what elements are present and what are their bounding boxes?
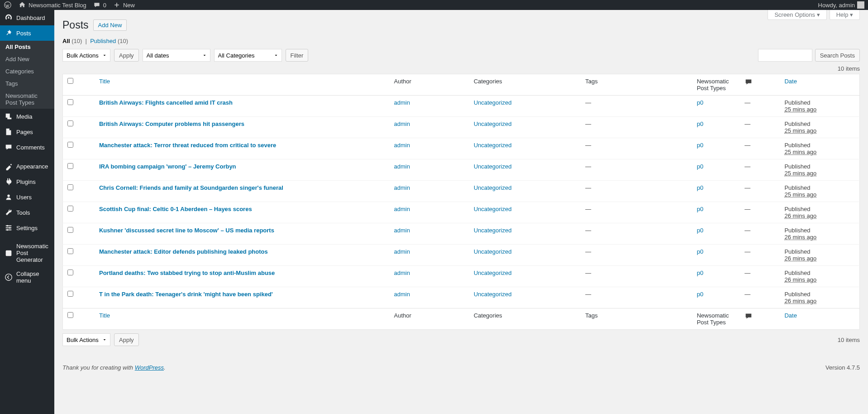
post-comments: —: [740, 202, 780, 223]
post-author-link[interactable]: admin: [394, 184, 410, 191]
post-author-link[interactable]: admin: [394, 270, 410, 276]
post-category-link[interactable]: Uncategorized: [474, 184, 512, 191]
post-comments: —: [740, 117, 780, 138]
post-category-link[interactable]: Uncategorized: [474, 270, 512, 276]
post-category-link[interactable]: Uncategorized: [474, 248, 512, 255]
post-author-link[interactable]: admin: [394, 291, 410, 298]
post-category-link[interactable]: Uncategorized: [474, 291, 512, 298]
row-checkbox[interactable]: [67, 142, 73, 148]
post-category-link[interactable]: Uncategorized: [474, 206, 512, 212]
post-type-link[interactable]: p0: [697, 291, 703, 298]
apply-button-bottom[interactable]: Apply: [114, 333, 139, 346]
submenu-item-add-new[interactable]: Add New: [0, 53, 54, 65]
row-checkbox[interactable]: [67, 248, 73, 254]
menu-item-settings[interactable]: Settings: [0, 220, 54, 236]
post-type-link[interactable]: p0: [697, 270, 703, 276]
site-link[interactable]: Newsomatic Test Blog: [18, 1, 86, 9]
add-new-button[interactable]: Add New: [93, 19, 127, 31]
row-checkbox[interactable]: [67, 227, 73, 233]
post-title-link[interactable]: Manchester attack: Terror threat reduced…: [99, 142, 276, 149]
new-link[interactable]: New: [113, 1, 135, 9]
post-author-link[interactable]: admin: [394, 248, 410, 255]
filter-published[interactable]: Published: [90, 38, 116, 44]
post-type-link[interactable]: p0: [697, 142, 703, 149]
col-title[interactable]: Title: [95, 74, 390, 96]
menu-item-collapse-menu[interactable]: Collapse menu: [0, 267, 54, 288]
menu-item-posts[interactable]: Posts: [0, 25, 54, 41]
post-type-link[interactable]: p0: [697, 184, 703, 191]
post-title-link[interactable]: Portland deaths: Two stabbed trying to s…: [99, 270, 275, 276]
submenu-item-newsomatic-post-types[interactable]: Newsomatic Post Types: [0, 90, 54, 109]
wp-logo[interactable]: [4, 1, 12, 9]
menu-item-dashboard[interactable]: Dashboard: [0, 10, 54, 25]
post-title-link[interactable]: T in the Park death: Teenager's drink 'm…: [99, 291, 273, 298]
bulk-actions-select-bottom[interactable]: Bulk Actions: [62, 333, 110, 346]
post-title-link[interactable]: British Airways: Computer problems hit p…: [99, 120, 244, 127]
menu-item-users[interactable]: Users: [0, 189, 54, 205]
select-all-bottom[interactable]: [67, 312, 73, 318]
post-author-link[interactable]: admin: [394, 227, 410, 234]
menu-item-plugins[interactable]: Plugins: [0, 174, 54, 189]
post-type-link[interactable]: p0: [697, 248, 703, 255]
post-author-link[interactable]: admin: [394, 163, 410, 170]
menu-item-pages[interactable]: Pages: [0, 124, 54, 140]
menu-item-comments[interactable]: Comments: [0, 140, 54, 155]
post-category-link[interactable]: Uncategorized: [474, 99, 512, 106]
post-author-link[interactable]: admin: [394, 99, 410, 106]
wordpress-link[interactable]: WordPress: [135, 364, 164, 371]
apply-button[interactable]: Apply: [114, 49, 139, 62]
menu-item-appearance[interactable]: Appearance: [0, 159, 54, 174]
menu-item-media[interactable]: Media: [0, 109, 54, 124]
post-category-link[interactable]: Uncategorized: [474, 227, 512, 234]
comments-link[interactable]: 0: [93, 1, 106, 9]
post-category-link[interactable]: Uncategorized: [474, 120, 512, 127]
post-category-link[interactable]: Uncategorized: [474, 163, 512, 170]
category-filter-select[interactable]: All Categories: [214, 49, 282, 62]
post-title-link[interactable]: British Airways: Flights cancelled amid …: [99, 99, 233, 106]
submenu-item-categories[interactable]: Categories: [0, 65, 54, 77]
account-link[interactable]: Howdy, admin: [818, 1, 864, 9]
filter-button[interactable]: Filter: [286, 49, 309, 62]
post-type-link[interactable]: p0: [697, 120, 703, 127]
post-category-link[interactable]: Uncategorized: [474, 142, 512, 149]
post-title-link[interactable]: Manchester attack: Editor defends publis…: [99, 248, 268, 255]
post-author-link[interactable]: admin: [394, 206, 410, 212]
help-tab[interactable]: Help ▾: [830, 10, 860, 20]
post-title-link[interactable]: Scottish Cup final: Celtic 0-1 Aberdeen …: [99, 206, 252, 212]
post-title-link[interactable]: Chris Cornell: Friends and family at Sou…: [99, 184, 283, 191]
row-checkbox[interactable]: [67, 291, 73, 297]
submenu-item-tags[interactable]: Tags: [0, 77, 54, 90]
row-checkbox[interactable]: [67, 163, 73, 169]
menu-label: Dashboard: [16, 14, 45, 21]
row-checkbox[interactable]: [67, 184, 73, 190]
submenu-item-all-posts[interactable]: All Posts: [0, 41, 54, 53]
col-post-types-foot: Newsomatic Post Types: [692, 308, 740, 330]
post-type-link[interactable]: p0: [697, 163, 703, 170]
post-tags: —: [581, 202, 692, 223]
col-date-foot[interactable]: Date: [780, 308, 859, 330]
bulk-actions-select[interactable]: Bulk Actions: [62, 49, 110, 62]
row-checkbox[interactable]: [67, 99, 73, 105]
post-title-link[interactable]: IRA bombing campaign 'wrong' – Jeremy Co…: [99, 163, 236, 170]
post-type-link[interactable]: p0: [697, 99, 703, 106]
svg-point-9: [5, 274, 12, 280]
post-author-link[interactable]: admin: [394, 142, 410, 149]
col-title-foot[interactable]: Title: [95, 308, 390, 330]
row-checkbox[interactable]: [67, 206, 73, 212]
search-input[interactable]: [758, 49, 812, 62]
date-filter-select[interactable]: All dates: [143, 49, 210, 62]
menu-item-newsomatic-post-generator[interactable]: Newsomatic Post Generator: [0, 239, 54, 267]
post-type-link[interactable]: p0: [697, 227, 703, 234]
row-checkbox[interactable]: [67, 270, 73, 275]
post-author-link[interactable]: admin: [394, 120, 410, 127]
filter-all[interactable]: All: [62, 38, 70, 44]
select-all-top[interactable]: [67, 78, 73, 84]
admin-toolbar: Newsomatic Test Blog 0 New Howdy, admin: [0, 0, 868, 10]
screen-options-tab[interactable]: Screen Options ▾: [768, 10, 826, 20]
search-button[interactable]: Search Posts: [815, 49, 860, 62]
post-title-link[interactable]: Kushner 'discussed secret line to Moscow…: [99, 227, 274, 234]
post-type-link[interactable]: p0: [697, 206, 703, 212]
menu-item-tools[interactable]: Tools: [0, 205, 54, 220]
row-checkbox[interactable]: [67, 120, 73, 126]
col-date[interactable]: Date: [780, 74, 859, 96]
